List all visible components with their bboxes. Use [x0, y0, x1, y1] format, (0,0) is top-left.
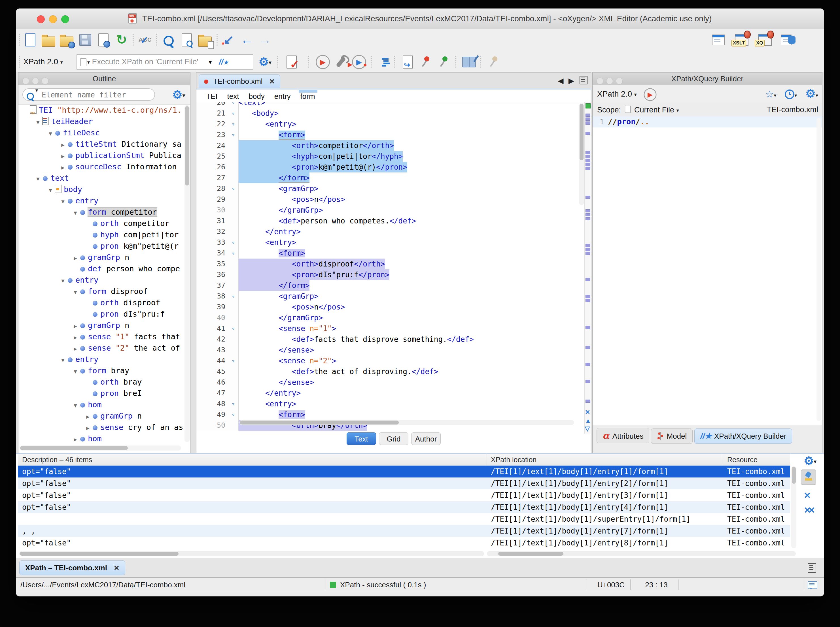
pin-green-icon[interactable] — [436, 54, 452, 69]
outline-tree-item[interactable]: def person who compe — [19, 263, 184, 274]
pin-red-icon[interactable] — [418, 54, 434, 69]
outline-tree-item[interactable]: ▶gramGrp n — [19, 320, 184, 331]
indent-icon[interactable] — [376, 54, 392, 69]
result-marker[interactable] — [586, 299, 591, 302]
forward-button[interactable]: → — [257, 32, 273, 47]
result-marker[interactable] — [586, 217, 591, 221]
result-row[interactable]: opt="false"/TEI[1]/text[1]/body[1]/entry… — [18, 537, 790, 549]
outline-tree-item[interactable]: ▼form bray — [19, 365, 184, 377]
views-list-icon[interactable] — [808, 563, 816, 573]
new-document-button[interactable] — [23, 32, 38, 47]
breadcrumb-item-form[interactable]: form — [300, 90, 315, 103]
find-replace-button[interactable] — [161, 32, 176, 47]
builder-tab-xpath-xquery-builder[interactable]: //★XPath/XQuery Builder — [694, 429, 792, 444]
code-line-37[interactable]: 37 </form> — [196, 280, 579, 291]
toolbar-grip[interactable] — [308, 56, 309, 68]
result-marker[interactable] — [586, 196, 591, 199]
code-line-48[interactable]: 48▿ <entry> — [196, 399, 579, 409]
configure-transformation-button[interactable]: ▶ — [333, 54, 349, 69]
result-marker[interactable] — [586, 295, 591, 298]
outline-tree-item[interactable]: ▼entry — [19, 195, 184, 206]
code-line-23[interactable]: 23▿ <form> — [196, 129, 579, 140]
outline-tree-item[interactable]: ▼hom — [19, 399, 184, 410]
comment-bubble-icon[interactable] — [808, 581, 817, 589]
outline-tree-item[interactable]: orth bray — [19, 377, 184, 388]
code-line-33[interactable]: 33▿ <entry> — [196, 237, 579, 248]
debug-transformation-button[interactable]: ▶● — [351, 54, 367, 69]
toolbar-grip[interactable] — [455, 56, 456, 68]
result-marker[interactable] — [586, 167, 591, 170]
next-mark-icon[interactable]: ▽ — [585, 425, 590, 432]
results-description-header[interactable]: Description – 46 items — [18, 454, 487, 466]
result-row[interactable]: , ,/TEI[1]/text[1]/body[1]/entry[7]/form… — [18, 525, 790, 537]
outline-panel-header[interactable]: Outline — [19, 72, 190, 85]
result-marker[interactable] — [586, 213, 591, 216]
outline-horizontal-scrollbar[interactable] — [19, 446, 181, 451]
code-line-47[interactable]: 47 </entry> — [196, 388, 579, 399]
code-line-21[interactable]: 21▿ <body> — [196, 108, 579, 119]
builder-tab-model[interactable]: Model — [651, 429, 693, 444]
editor-tab-tei-combo[interactable]: TEI-combo.xml ✕ — [199, 74, 280, 88]
remove-all-results-icon[interactable]: ✕✕ — [804, 505, 812, 515]
outline-tree-item[interactable]: ▶titleStmt Dictionary sa — [19, 139, 184, 150]
code-line-22[interactable]: 22▿ <entry> — [196, 119, 579, 129]
outline-tree-item[interactable]: hyph com|peti|tor — [19, 229, 184, 240]
outline-tree-item[interactable]: ▼entry — [19, 274, 184, 286]
outline-tree-item[interactable]: ▶gramGrp n — [19, 410, 184, 422]
toolbar-grip[interactable] — [277, 56, 278, 68]
result-marker[interactable] — [586, 380, 591, 383]
toolbar-grip[interactable] — [156, 34, 157, 46]
result-marker[interactable] — [586, 155, 591, 158]
execute-xpath-play-icon[interactable]: ▶ — [644, 88, 656, 101]
outline-tree-item[interactable]: ▼fileDesc — [19, 127, 184, 139]
result-marker[interactable] — [586, 248, 591, 251]
result-marker[interactable] — [586, 132, 591, 135]
result-marker[interactable] — [586, 244, 591, 247]
outline-tree-item[interactable]: ▼body — [19, 184, 184, 195]
results-vertical-scrollbar[interactable] — [791, 466, 796, 548]
result-row[interactable]: opt="false"/TEI[1]/text[1]/body[1]/entry… — [18, 501, 790, 513]
result-marker[interactable] — [586, 278, 591, 281]
xpath-version-select[interactable]: XPath 2.0 ▾ — [23, 51, 63, 73]
back-button[interactable]: ← — [239, 32, 254, 47]
review-book-icon[interactable] — [461, 54, 477, 69]
result-row[interactable]: opt="false"/TEI[1]/text[1]/body[1]/entry… — [18, 489, 790, 501]
outline-tree-item[interactable]: ▶hom — [19, 433, 184, 441]
save-to-url-button[interactable] — [96, 32, 111, 47]
code-line-27[interactable]: 27 </form> — [196, 172, 579, 183]
format-indent-file-button[interactable]: ↪ — [400, 54, 415, 69]
xpath-expression[interactable]: //pron/.. — [608, 117, 649, 126]
outline-tree-item[interactable]: pron breI — [19, 388, 184, 399]
reload-button[interactable]: ↻ — [114, 32, 129, 47]
outline-tree-item[interactable]: ▶sense cry of an as — [19, 422, 184, 433]
results-settings-gear-icon[interactable]: ⚙▾ — [804, 453, 816, 469]
result-marker[interactable] — [586, 118, 591, 121]
builder-version-select[interactable]: XPath 2.0 ▾ ▶ — [597, 85, 657, 103]
scroll-tabs-left-icon[interactable]: ◀ — [558, 76, 564, 85]
code-line-29[interactable]: 29 <pos>n</pos> — [196, 194, 579, 205]
outline-tree-item[interactable]: ▶gramGrp n — [19, 252, 184, 263]
toolbar-grip[interactable] — [19, 34, 20, 46]
open-file-button[interactable] — [41, 32, 56, 47]
outline-tree-item[interactable]: ▶publicationStmt Publica — [19, 150, 184, 161]
outline-tree-item[interactable]: ▼teiHeader — [19, 116, 184, 127]
code-line-36[interactable]: 36 <pron>dIs"pru:f</pron> — [196, 269, 579, 280]
pin-disabled-icon[interactable] — [486, 54, 502, 69]
history-clock-icon[interactable] — [785, 90, 794, 99]
toolbar-grip[interactable] — [394, 56, 395, 68]
code-line-41[interactable]: 41▿ <sense n="1"> — [196, 323, 579, 334]
mode-button-text[interactable]: Text — [347, 432, 376, 445]
result-marker[interactable] — [586, 400, 591, 403]
result-marker[interactable] — [586, 326, 591, 329]
outline-tree-item[interactable]: ▼entry — [19, 354, 184, 365]
code-line-44[interactable]: 44▿ <sense n="2"> — [196, 355, 579, 366]
code-line-38[interactable]: 38▿ <gramGrp> — [196, 291, 579, 302]
result-marker[interactable] — [586, 113, 591, 117]
chevron-down-icon[interactable]: ▾ — [676, 108, 679, 113]
breadcrumb-item-entry[interactable]: entry — [274, 90, 291, 103]
code-line-35[interactable]: 35 <orth>disproof</orth> — [196, 258, 579, 269]
result-marker[interactable] — [586, 121, 591, 124]
validate-button[interactable]: ✓▼ — [284, 54, 299, 69]
element-filter-input[interactable] — [41, 90, 150, 100]
debug-xslt-button[interactable]: XSLT — [734, 32, 749, 47]
